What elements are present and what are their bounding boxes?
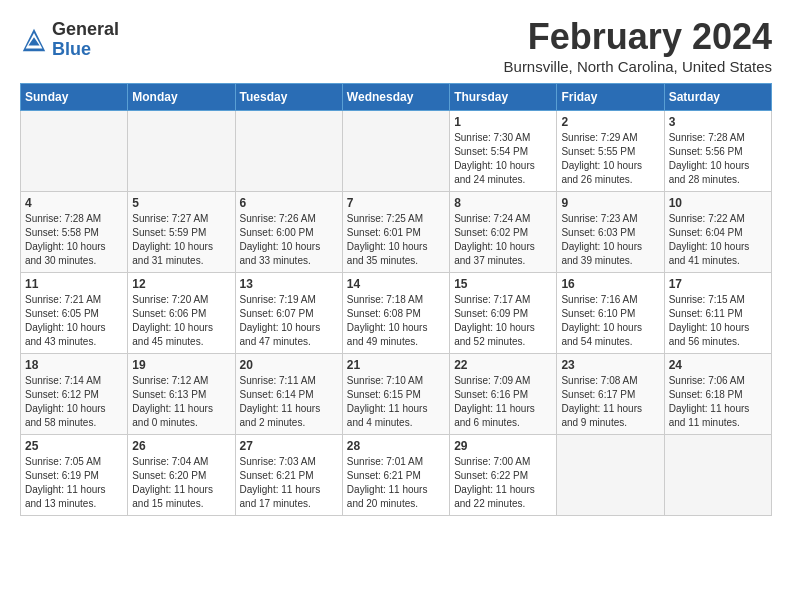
calendar-cell <box>664 435 771 516</box>
calendar-cell: 8Sunrise: 7:24 AM Sunset: 6:02 PM Daylig… <box>450 192 557 273</box>
day-info: Sunrise: 7:30 AM Sunset: 5:54 PM Dayligh… <box>454 131 552 187</box>
day-info: Sunrise: 7:15 AM Sunset: 6:11 PM Dayligh… <box>669 293 767 349</box>
day-number: 5 <box>132 196 230 210</box>
day-number: 14 <box>347 277 445 291</box>
calendar-cell: 19Sunrise: 7:12 AM Sunset: 6:13 PM Dayli… <box>128 354 235 435</box>
day-info: Sunrise: 7:24 AM Sunset: 6:02 PM Dayligh… <box>454 212 552 268</box>
day-info: Sunrise: 7:28 AM Sunset: 5:56 PM Dayligh… <box>669 131 767 187</box>
day-info: Sunrise: 7:19 AM Sunset: 6:07 PM Dayligh… <box>240 293 338 349</box>
day-info: Sunrise: 7:21 AM Sunset: 6:05 PM Dayligh… <box>25 293 123 349</box>
week-row-3: 11Sunrise: 7:21 AM Sunset: 6:05 PM Dayli… <box>21 273 772 354</box>
header-thursday: Thursday <box>450 84 557 111</box>
day-info: Sunrise: 7:08 AM Sunset: 6:17 PM Dayligh… <box>561 374 659 430</box>
day-info: Sunrise: 7:16 AM Sunset: 6:10 PM Dayligh… <box>561 293 659 349</box>
calendar-cell <box>21 111 128 192</box>
calendar-cell: 12Sunrise: 7:20 AM Sunset: 6:06 PM Dayli… <box>128 273 235 354</box>
calendar-cell: 1Sunrise: 7:30 AM Sunset: 5:54 PM Daylig… <box>450 111 557 192</box>
week-row-1: 1Sunrise: 7:30 AM Sunset: 5:54 PM Daylig… <box>21 111 772 192</box>
day-number: 29 <box>454 439 552 453</box>
day-number: 13 <box>240 277 338 291</box>
title-block: February 2024 Burnsville, North Carolina… <box>504 16 772 75</box>
calendar-cell: 26Sunrise: 7:04 AM Sunset: 6:20 PM Dayli… <box>128 435 235 516</box>
day-info: Sunrise: 7:22 AM Sunset: 6:04 PM Dayligh… <box>669 212 767 268</box>
day-number: 19 <box>132 358 230 372</box>
calendar-cell: 20Sunrise: 7:11 AM Sunset: 6:14 PM Dayli… <box>235 354 342 435</box>
calendar-header-row: SundayMondayTuesdayWednesdayThursdayFrid… <box>21 84 772 111</box>
calendar-cell: 5Sunrise: 7:27 AM Sunset: 5:59 PM Daylig… <box>128 192 235 273</box>
day-info: Sunrise: 7:09 AM Sunset: 6:16 PM Dayligh… <box>454 374 552 430</box>
main-title: February 2024 <box>504 16 772 58</box>
calendar-cell: 15Sunrise: 7:17 AM Sunset: 6:09 PM Dayli… <box>450 273 557 354</box>
calendar-cell: 18Sunrise: 7:14 AM Sunset: 6:12 PM Dayli… <box>21 354 128 435</box>
calendar-cell: 16Sunrise: 7:16 AM Sunset: 6:10 PM Dayli… <box>557 273 664 354</box>
day-info: Sunrise: 7:06 AM Sunset: 6:18 PM Dayligh… <box>669 374 767 430</box>
header-sunday: Sunday <box>21 84 128 111</box>
day-info: Sunrise: 7:01 AM Sunset: 6:21 PM Dayligh… <box>347 455 445 511</box>
header-saturday: Saturday <box>664 84 771 111</box>
calendar-cell <box>128 111 235 192</box>
calendar-cell: 13Sunrise: 7:19 AM Sunset: 6:07 PM Dayli… <box>235 273 342 354</box>
day-info: Sunrise: 7:00 AM Sunset: 6:22 PM Dayligh… <box>454 455 552 511</box>
subtitle: Burnsville, North Carolina, United State… <box>504 58 772 75</box>
day-number: 21 <box>347 358 445 372</box>
day-number: 1 <box>454 115 552 129</box>
day-number: 28 <box>347 439 445 453</box>
calendar-cell: 29Sunrise: 7:00 AM Sunset: 6:22 PM Dayli… <box>450 435 557 516</box>
calendar-cell: 9Sunrise: 7:23 AM Sunset: 6:03 PM Daylig… <box>557 192 664 273</box>
calendar-cell <box>342 111 449 192</box>
day-number: 7 <box>347 196 445 210</box>
day-info: Sunrise: 7:14 AM Sunset: 6:12 PM Dayligh… <box>25 374 123 430</box>
header-monday: Monday <box>128 84 235 111</box>
day-info: Sunrise: 7:29 AM Sunset: 5:55 PM Dayligh… <box>561 131 659 187</box>
calendar-cell: 7Sunrise: 7:25 AM Sunset: 6:01 PM Daylig… <box>342 192 449 273</box>
header-tuesday: Tuesday <box>235 84 342 111</box>
calendar-cell: 25Sunrise: 7:05 AM Sunset: 6:19 PM Dayli… <box>21 435 128 516</box>
day-info: Sunrise: 7:11 AM Sunset: 6:14 PM Dayligh… <box>240 374 338 430</box>
day-number: 26 <box>132 439 230 453</box>
logo-general-text: General <box>52 20 119 40</box>
week-row-5: 25Sunrise: 7:05 AM Sunset: 6:19 PM Dayli… <box>21 435 772 516</box>
day-number: 11 <box>25 277 123 291</box>
day-number: 20 <box>240 358 338 372</box>
day-info: Sunrise: 7:03 AM Sunset: 6:21 PM Dayligh… <box>240 455 338 511</box>
calendar-cell: 21Sunrise: 7:10 AM Sunset: 6:15 PM Dayli… <box>342 354 449 435</box>
logo-blue-text: Blue <box>52 40 119 60</box>
day-number: 12 <box>132 277 230 291</box>
day-number: 15 <box>454 277 552 291</box>
day-info: Sunrise: 7:04 AM Sunset: 6:20 PM Dayligh… <box>132 455 230 511</box>
day-info: Sunrise: 7:10 AM Sunset: 6:15 PM Dayligh… <box>347 374 445 430</box>
day-info: Sunrise: 7:27 AM Sunset: 5:59 PM Dayligh… <box>132 212 230 268</box>
day-number: 4 <box>25 196 123 210</box>
day-info: Sunrise: 7:25 AM Sunset: 6:01 PM Dayligh… <box>347 212 445 268</box>
calendar-table: SundayMondayTuesdayWednesdayThursdayFrid… <box>20 83 772 516</box>
day-number: 16 <box>561 277 659 291</box>
calendar-cell: 28Sunrise: 7:01 AM Sunset: 6:21 PM Dayli… <box>342 435 449 516</box>
calendar-cell: 23Sunrise: 7:08 AM Sunset: 6:17 PM Dayli… <box>557 354 664 435</box>
week-row-2: 4Sunrise: 7:28 AM Sunset: 5:58 PM Daylig… <box>21 192 772 273</box>
day-number: 8 <box>454 196 552 210</box>
calendar-cell: 10Sunrise: 7:22 AM Sunset: 6:04 PM Dayli… <box>664 192 771 273</box>
header-friday: Friday <box>557 84 664 111</box>
day-info: Sunrise: 7:18 AM Sunset: 6:08 PM Dayligh… <box>347 293 445 349</box>
day-info: Sunrise: 7:23 AM Sunset: 6:03 PM Dayligh… <box>561 212 659 268</box>
day-number: 22 <box>454 358 552 372</box>
day-info: Sunrise: 7:26 AM Sunset: 6:00 PM Dayligh… <box>240 212 338 268</box>
day-info: Sunrise: 7:17 AM Sunset: 6:09 PM Dayligh… <box>454 293 552 349</box>
calendar-cell: 3Sunrise: 7:28 AM Sunset: 5:56 PM Daylig… <box>664 111 771 192</box>
calendar-cell <box>235 111 342 192</box>
day-number: 18 <box>25 358 123 372</box>
calendar-cell: 22Sunrise: 7:09 AM Sunset: 6:16 PM Dayli… <box>450 354 557 435</box>
day-info: Sunrise: 7:12 AM Sunset: 6:13 PM Dayligh… <box>132 374 230 430</box>
logo-icon <box>20 26 48 54</box>
calendar-cell: 2Sunrise: 7:29 AM Sunset: 5:55 PM Daylig… <box>557 111 664 192</box>
page-header: General Blue February 2024 Burnsville, N… <box>20 16 772 75</box>
day-number: 6 <box>240 196 338 210</box>
day-number: 3 <box>669 115 767 129</box>
calendar-cell: 14Sunrise: 7:18 AM Sunset: 6:08 PM Dayli… <box>342 273 449 354</box>
header-wednesday: Wednesday <box>342 84 449 111</box>
calendar-cell: 6Sunrise: 7:26 AM Sunset: 6:00 PM Daylig… <box>235 192 342 273</box>
week-row-4: 18Sunrise: 7:14 AM Sunset: 6:12 PM Dayli… <box>21 354 772 435</box>
day-number: 24 <box>669 358 767 372</box>
calendar-cell: 17Sunrise: 7:15 AM Sunset: 6:11 PM Dayli… <box>664 273 771 354</box>
day-number: 2 <box>561 115 659 129</box>
